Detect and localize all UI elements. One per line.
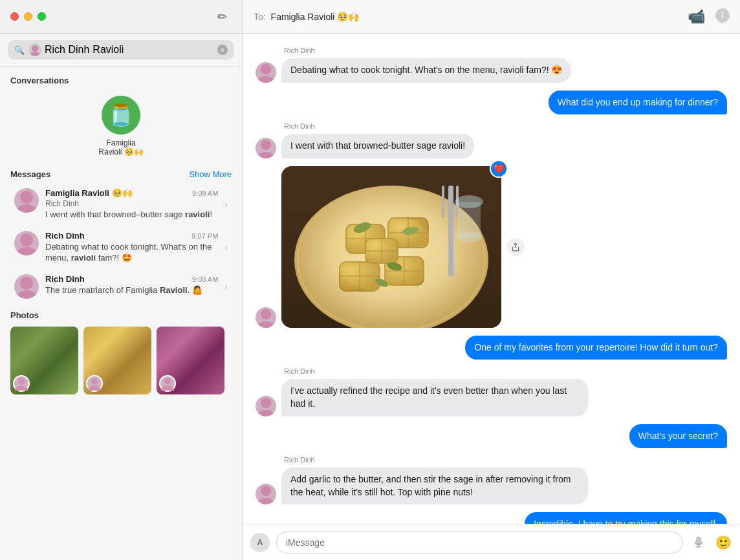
video-call-icon[interactable]: 📹 (688, 8, 705, 25)
chat-bubble-1: Debating what to cook tonight. What's on… (281, 58, 571, 83)
chevron-icon-1: › (224, 199, 228, 210)
chat-message-photo: ❤️ (256, 166, 727, 328)
svg-point-1 (29, 52, 41, 56)
chat-sender-name-8: Rich Dinh (281, 456, 315, 464)
chat-msg-group-3: Rich Dinh I went with that browned-butte… (281, 122, 474, 158)
svg-point-51 (261, 398, 271, 408)
traffic-lights (10, 12, 46, 21)
svg-point-15 (257, 76, 275, 83)
msg-content-1: Famiglia Ravioli 🥺🙌 9:09 AM Rich Dinh I … (45, 188, 218, 221)
svg-point-7 (16, 290, 38, 299)
msg-preview-2: Debating what to cook tonight. What's on… (45, 242, 218, 264)
contact-chip-label: Rich Dinh (45, 44, 89, 56)
chat-sender-name-3: Rich Dinh (281, 122, 315, 130)
share-button[interactable] (506, 238, 525, 256)
chat-bubble-8: Add garlic to the butter, and then stir … (281, 468, 588, 504)
compose-button[interactable]: ✏ (217, 10, 227, 24)
msg-time-1: 9:09 AM (192, 189, 218, 197)
svg-rect-44 (448, 186, 453, 276)
msg-time-2: 9:07 PM (191, 232, 218, 240)
svg-point-5 (16, 247, 38, 255)
photo-avatar-overlay-3 (159, 375, 176, 392)
message-result-2[interactable]: Rich Dinh 9:07 PM Debating what to cook … (4, 226, 238, 269)
svg-point-11 (88, 385, 101, 391)
chat-message-2: What did you end up making for dinner? (256, 91, 727, 115)
photo-thumb-1[interactable] (10, 327, 78, 394)
messages-section-label: Messages (10, 169, 50, 179)
chat-bubble-3: I went with that browned-butter sage rav… (281, 134, 474, 158)
search-content: Rich Dinh Ravioli (28, 43, 213, 56)
photo-avatar-overlay-1 (13, 375, 30, 392)
svg-point-0 (32, 45, 38, 52)
heart-reaction[interactable]: ❤️ (490, 160, 508, 178)
photos-section: Photos (0, 304, 242, 401)
chevron-icon-3: › (224, 281, 228, 292)
minimize-button[interactable] (24, 12, 32, 21)
chat-bubble-5: One of my favorites from your repertoire… (465, 336, 727, 360)
to-label: To: (254, 12, 266, 22)
svg-point-16 (261, 140, 271, 150)
svg-point-43 (333, 215, 437, 292)
photos-grid (10, 327, 232, 394)
msg-from-1: Famiglia Ravioli 🥺🙌 (45, 188, 133, 198)
svg-point-9 (15, 385, 28, 391)
chat-avatar-1 (256, 62, 276, 83)
chat-msg-group-6: Rich Dinh I've actually refined the reci… (281, 367, 588, 416)
contact-chip-avatar (28, 43, 41, 56)
svg-point-54 (257, 498, 275, 504)
app-store-button[interactable]: A (250, 533, 270, 552)
photo-thumb-3[interactable] (157, 327, 224, 394)
message-input[interactable] (276, 532, 683, 554)
close-button[interactable] (10, 12, 19, 21)
chat-bubble-6: I've actually refined the recipe and it'… (281, 379, 588, 416)
chat-msg-group-1: Rich Dinh Debating what to cook tonight.… (281, 47, 571, 83)
emoji-button[interactable]: 🙂 (714, 533, 732, 552)
search-bar[interactable]: 🔍 Rich Dinh Ravioli × (8, 40, 234, 59)
msg-from-3: Rich Dinh (45, 274, 85, 284)
msg-preview-3: The true matriarch of Famiglia Ravioli. … (45, 285, 218, 296)
photo-thumb-2[interactable] (83, 327, 151, 394)
search-clear-button[interactable]: × (217, 45, 228, 55)
chat-message-7: What's your secret? (256, 424, 727, 449)
info-icon[interactable]: i (715, 8, 730, 23)
zoom-button[interactable] (38, 12, 46, 21)
chat-header-icons: 📹 i (688, 8, 730, 25)
search-query-text: Ravioli (92, 44, 124, 56)
svg-rect-55 (697, 537, 701, 544)
msg-sender-1: Rich Dinh (45, 199, 218, 208)
svg-rect-45 (442, 186, 444, 218)
chat-area: Rich Dinh Debating what to cook tonight.… (243, 34, 740, 560)
chat-recipient: Famiglia Ravioli 🥺🙌 (271, 12, 360, 22)
audio-input-button[interactable] (690, 533, 708, 552)
chat-message-9: Incredible. I have to try making this fo… (256, 512, 727, 524)
message-result-3[interactable]: Rich Dinh 9:03 AM The true matriarch of … (4, 269, 238, 304)
msg-preview-1: I went with that browned–butter sage rav… (45, 210, 218, 221)
chevron-icon-2: › (224, 242, 228, 252)
messages-section-header: Messages Show More (0, 163, 242, 183)
chat-photo[interactable] (281, 166, 501, 328)
chat-sender-name-6: Rich Dinh (281, 367, 315, 375)
svg-point-8 (18, 378, 25, 384)
svg-point-6 (20, 277, 33, 290)
chat-msg-group-9: Incredible. I have to try making this fo… (525, 512, 727, 524)
msg-content-2: Rich Dinh 9:07 PM Debating what to cook … (45, 231, 218, 264)
chat-msg-group-7: What's your secret? (629, 424, 727, 449)
chat-msg-group-5: One of my favorites from your repertoire… (465, 336, 727, 360)
msg-from-2: Rich Dinh (45, 231, 85, 241)
show-more-button[interactable]: Show More (189, 169, 232, 179)
svg-point-18 (261, 309, 271, 319)
svg-rect-48 (457, 202, 481, 237)
svg-point-14 (261, 64, 271, 74)
svg-point-12 (164, 378, 171, 384)
chat-avatar-8 (256, 484, 276, 504)
svg-point-49 (456, 232, 482, 242)
svg-point-2 (20, 191, 33, 204)
messages-area: Rich Dinh Debating what to cook tonight.… (243, 34, 740, 524)
message-result-1[interactable]: Famiglia Ravioli 🥺🙌 9:09 AM Rich Dinh I … (4, 183, 238, 226)
msg-avatar-2 (14, 231, 39, 255)
conversation-famiglia-ravioli[interactable]: 🫙 FamigliaRavioli 🥺🙌 (0, 89, 242, 163)
svg-point-10 (91, 378, 98, 384)
chat-msg-group-8: Rich Dinh Add garlic to the butter, and … (281, 456, 588, 504)
conversation-avatar: 🫙 (102, 96, 140, 135)
app-store-icon: A (257, 538, 263, 547)
